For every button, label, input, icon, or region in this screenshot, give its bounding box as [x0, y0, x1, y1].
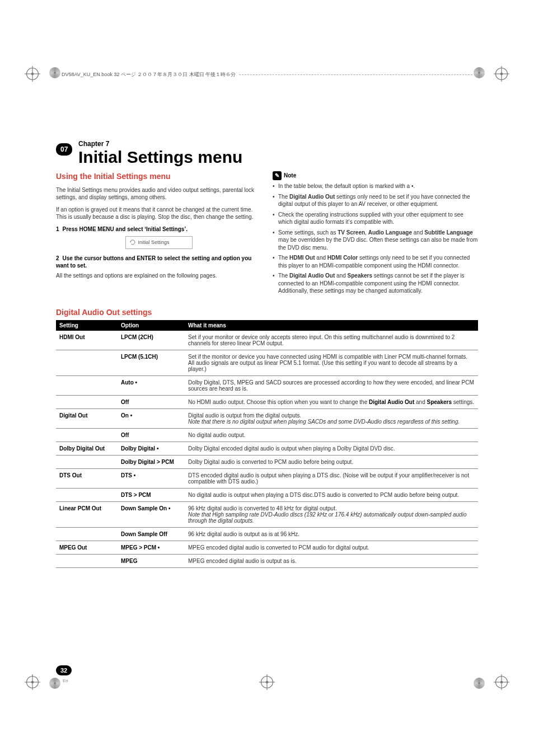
registration-mark-icon	[259, 674, 275, 690]
dashed-line	[239, 74, 472, 75]
note-item: The HDMI Out and HDMI Color settings onl…	[273, 254, 478, 269]
table-row: LPCM (5.1CH)Set if the monitor or device…	[56, 350, 478, 375]
intro-paragraph-1: The Initial Settings menu provides audio…	[56, 186, 261, 201]
cell-setting	[56, 428, 118, 442]
table-row: Down Sample Off96 kHz digital audio is o…	[56, 527, 478, 541]
cell-option: LPCM (5.1CH)	[118, 350, 185, 375]
table-row: OffNo HDMI audio output. Choose this opt…	[56, 395, 478, 408]
pencil-icon: ✎	[273, 171, 282, 180]
cell-setting: Dolby Digital Out	[56, 442, 118, 455]
step-1-number: 1	[56, 226, 59, 232]
cell-option: Dolby Digital •	[118, 442, 185, 455]
cell-description: Digital audio is output from the digital…	[185, 408, 478, 428]
table-row: Auto •Dolby Digital, DTS, MPEG and SACD …	[56, 375, 478, 395]
step-2-number: 2	[56, 255, 59, 261]
chapter-label: Chapter 7	[78, 140, 478, 148]
cell-setting	[56, 395, 118, 408]
note-heading: ✎ Note	[273, 171, 296, 180]
registration-mark-icon	[25, 674, 40, 690]
cell-option: Down Sample Off	[118, 527, 185, 541]
cell-option: Auto •	[118, 375, 185, 395]
cell-option: Off	[118, 428, 185, 442]
note-item: Check the operating instructions supplie…	[273, 211, 478, 226]
th-meaning: What it means	[185, 320, 478, 331]
th-option: Option	[118, 320, 185, 331]
cell-description: Set if your monitor or device only accep…	[185, 331, 478, 350]
note-item: In the table below, the default option i…	[273, 182, 478, 190]
cell-setting	[56, 488, 118, 501]
cell-option: Down Sample On •	[118, 501, 185, 527]
chapter-badge: 07	[56, 143, 72, 156]
step-1: 1Press HOME MENU and select ‘Initial Set…	[56, 226, 261, 233]
book-header-text: DV58AV_KU_EN.book 32 ページ ２００７年８月３０日 木曜日 …	[62, 71, 236, 78]
cell-description: No digital audio output.	[185, 428, 478, 442]
table-row: MPEG OutMPEG > PCM •MPEG encoded digital…	[56, 541, 478, 554]
cell-setting: DTS Out	[56, 468, 118, 488]
initial-settings-box: Initial Settings	[125, 236, 193, 248]
right-column: ✎ Note In the table below, the default o…	[273, 171, 478, 298]
cell-description: Dolby Digital audio is converted to PCM …	[185, 455, 478, 468]
th-setting: Setting	[56, 320, 118, 331]
cell-setting	[56, 375, 118, 395]
cell-description: 96 kHz digital audio is output as is at …	[185, 527, 478, 541]
cell-setting: Linear PCM Out	[56, 501, 118, 527]
cell-setting	[56, 455, 118, 468]
step-2: 2Use the cursor buttons and ENTER to sel…	[56, 255, 261, 270]
initial-settings-box-label: Initial Settings	[138, 239, 170, 246]
corner-ornament-icon	[49, 67, 60, 78]
page-content: 07 Chapter 7 Initial Settings menu Using…	[56, 140, 478, 672]
corner-ornament-icon	[474, 67, 485, 78]
note-label: Note	[284, 172, 296, 180]
cell-setting: HDMI Out	[56, 331, 118, 350]
cell-setting: Digital Out	[56, 408, 118, 428]
cell-description: Set if the monitor or device you have co…	[185, 350, 478, 375]
page-number-badge: 32	[56, 665, 72, 675]
cell-description: 96 kHz digital audio is converted to 48 …	[185, 501, 478, 527]
table-row: DTS > PCMNo digital audio is output when…	[56, 488, 478, 501]
cell-option: Dolby Digital > PCM	[118, 455, 185, 468]
table-row: DTS OutDTS •DTS encoded digital audio is…	[56, 468, 478, 488]
note-item: Some settings, such as TV Screen, Audio …	[273, 229, 478, 252]
note-list: In the table below, the default option i…	[273, 182, 478, 295]
note-item: The Digital Audio Out and Speakers setti…	[273, 272, 478, 295]
table-row: MPEGMPEG encoded digital audio is output…	[56, 554, 478, 567]
table-row: OffNo digital audio output.	[56, 428, 478, 442]
table-row: Dolby Digital > PCMDolby Digital audio i…	[56, 455, 478, 468]
cell-setting	[56, 350, 118, 375]
cell-option: DTS > PCM	[118, 488, 185, 501]
corner-ornament-icon	[474, 678, 485, 689]
registration-mark-icon	[494, 674, 509, 690]
cell-option: DTS •	[118, 468, 185, 488]
table-row: Digital OutOn •Digital audio is output f…	[56, 408, 478, 428]
intro-paragraph-2: If an option is grayed out it means that…	[56, 206, 261, 221]
cell-option: MPEG > PCM •	[118, 541, 185, 554]
digital-audio-heading: Digital Audio Out settings	[56, 308, 478, 317]
step-1-text: Press HOME MENU and select ‘Initial Sett…	[63, 226, 188, 232]
note-item: The Digital Audio Out settings only need…	[273, 193, 478, 208]
book-header: DV58AV_KU_EN.book 32 ページ ２００７年８月３０日 木曜日 …	[62, 71, 472, 78]
cell-description: DTS encoded digital audio is output when…	[185, 468, 478, 488]
cell-description: Dolby Digital, DTS, MPEG and SACD source…	[185, 375, 478, 395]
cell-setting: MPEG Out	[56, 541, 118, 554]
table-header-row: Setting Option What it means	[56, 320, 478, 331]
table-row: Linear PCM OutDown Sample On •96 kHz dig…	[56, 501, 478, 527]
cell-description: No digital audio is output when playing …	[185, 488, 478, 501]
cell-setting	[56, 554, 118, 567]
cell-option: Off	[118, 395, 185, 408]
corner-ornament-icon	[49, 678, 60, 689]
after-step-2-text: All the settings and options are explain…	[56, 272, 261, 280]
cell-option: MPEG	[118, 554, 185, 567]
left-column: Using the Initial Settings menu The Init…	[56, 171, 261, 298]
cell-description: No HDMI audio output. Choose this option…	[185, 395, 478, 408]
page-language: En	[63, 678, 68, 683]
cell-description: MPEG encoded digital audio is converted …	[185, 541, 478, 554]
cell-description: MPEG encoded digital audio is output as …	[185, 554, 478, 567]
cell-option: LPCM (2CH)	[118, 331, 185, 350]
cell-description: Dolby Digital encoded digital audio is o…	[185, 442, 478, 455]
cell-option: On •	[118, 408, 185, 428]
registration-mark-icon	[494, 66, 509, 82]
using-heading: Using the Initial Settings menu	[56, 171, 261, 182]
registration-mark-icon	[25, 66, 40, 82]
table-row: Dolby Digital OutDolby Digital •Dolby Di…	[56, 442, 478, 455]
step-2-text: Use the cursor buttons and ENTER to sele…	[56, 255, 251, 269]
